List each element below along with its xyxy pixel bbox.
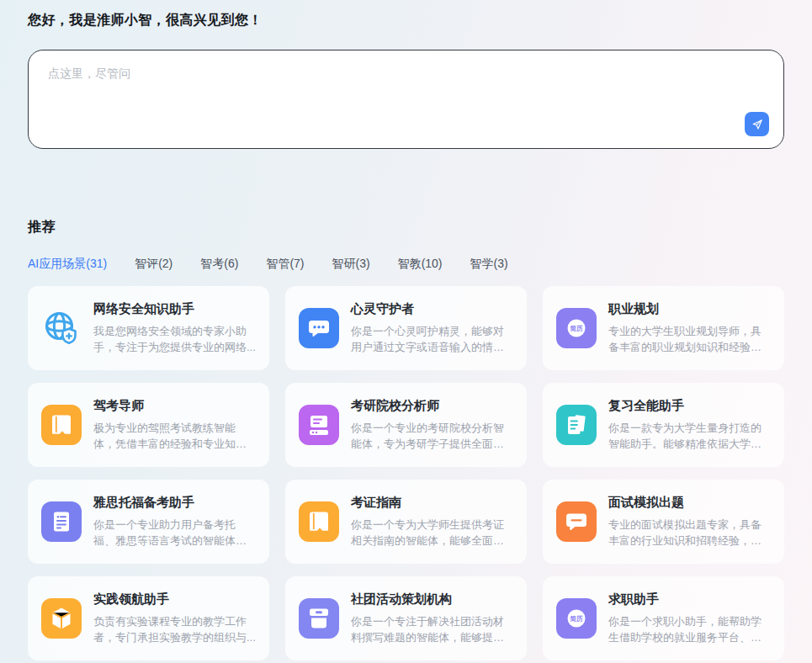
- card-title: 考研院校分析师: [351, 398, 513, 414]
- svg-text:简历: 简历: [570, 615, 584, 623]
- card-body: 社团活动策划机构你是一个专注于解决社团活动材料撰写难题的智能体，能够提供极...: [351, 591, 513, 646]
- card-title: 心灵守护者: [351, 301, 513, 317]
- doc-lines-icon: [41, 501, 82, 542]
- card-title: 面试模拟出题: [608, 495, 771, 511]
- card-desc: 负责有实验课程专业的教学工作者，专门承担实验教学的组织与...: [93, 613, 256, 646]
- resume-badge-icon: 简历: [556, 308, 597, 348]
- card-body: 考证指南你是一个专为大学师生提供考证相关指南的智能体，能够全面且精...: [351, 495, 513, 549]
- globe-shield-icon: [41, 308, 82, 348]
- card-desc: 你是一个求职小助手，能帮助学生借助学校的就业服务平台、招聘...: [608, 613, 771, 646]
- card-title: 考证指南: [351, 495, 513, 511]
- agent-card-grid: 网络安全知识助手我是您网络安全领域的专家小助手，专注于为您提供专业的网络... …: [28, 286, 784, 660]
- agent-card[interactable]: 实践领航助手负责有实验课程专业的教学工作者，专门承担实验教学的组织与...: [28, 576, 269, 660]
- category-tab[interactable]: 智学(3): [470, 257, 508, 272]
- card-title: 复习全能助手: [608, 398, 771, 414]
- chat-line-icon: [556, 501, 597, 542]
- category-tab[interactable]: 智研(3): [332, 257, 370, 272]
- page: 您好，我是淮师小智，很高兴见到您！ 推荐 AI应用场景(31)智评(2)智考(6…: [0, 0, 812, 660]
- card-desc: 你是一个专业助力用户备考托福、雅思等语言考试的智能体。 ## ...: [93, 517, 256, 549]
- card-body: 网络安全知识助手我是您网络安全领域的专家小助手，专注于为您提供专业的网络...: [93, 301, 256, 356]
- card-title: 社团活动策划机构: [351, 591, 513, 607]
- category-tab[interactable]: 智评(2): [135, 257, 172, 272]
- card-title: 求职助手: [608, 591, 771, 607]
- card-desc: 你是一个专业的考研院校分析智能体，专为考研学子提供全面、精...: [351, 420, 513, 453]
- card-title: 职业规划: [608, 301, 771, 317]
- prompt-input-container: [28, 50, 784, 149]
- card-desc: 极为专业的驾照考试教练智能体，凭借丰富的经验和专业知识，致...: [93, 420, 256, 453]
- agent-card[interactable]: 简历 职业规划专业的大学生职业规划导师，具备丰富的职业规划知识和经验，能...: [543, 286, 784, 370]
- agent-card[interactable]: 雅思托福备考助手你是一个专业助力用户备考托福、雅思等语言考试的智能体。 ## .…: [28, 480, 269, 564]
- card-title: 实践领航助手: [93, 591, 256, 607]
- prompt-input[interactable]: [29, 50, 783, 148]
- card-body: 驾考导师极为专业的驾照考试教练智能体，凭借丰富的经验和专业知识，致...: [93, 398, 256, 453]
- card-body: 面试模拟出题专业的面试模拟出题专家，具备丰富的行业知识和招聘经验，能够...: [608, 495, 771, 549]
- category-tab[interactable]: 智管(7): [266, 257, 304, 272]
- category-tab[interactable]: 智教(10): [398, 257, 443, 272]
- card-body: 雅思托福备考助手你是一个专业助力用户备考托福、雅思等语言考试的智能体。 ## .…: [93, 495, 256, 549]
- card-body: 复习全能助手你是一款专为大学生量身打造的智能助手。能够精准依据大学生的...: [608, 398, 771, 453]
- card-desc: 你是一款专为大学生量身打造的智能助手。能够精准依据大学生的...: [608, 420, 771, 453]
- agent-card[interactable]: 考研院校分析师你是一个专业的考研院校分析智能体，专为考研学子提供全面、精...: [285, 383, 527, 467]
- agent-card[interactable]: 复习全能助手你是一款专为大学生量身打造的智能助手。能够精准依据大学生的...: [543, 383, 784, 467]
- card-body: 求职助手你是一个求职小助手，能帮助学生借助学校的就业服务平台、招聘...: [608, 591, 771, 646]
- server-card-icon: [299, 405, 339, 445]
- chat-dots-icon: [299, 308, 339, 348]
- card-body: 考研院校分析师你是一个专业的考研院校分析智能体，专为考研学子提供全面、精...: [351, 398, 513, 453]
- agent-card[interactable]: 网络安全知识助手我是您网络安全领域的专家小助手，专注于为您提供专业的网络...: [28, 286, 269, 370]
- agent-card[interactable]: 驾考导师极为专业的驾照考试教练智能体，凭借丰富的经验和专业知识，致...: [28, 383, 269, 467]
- card-body: 心灵守护者你是一个心灵呵护精灵，能够对用户通过文字或语音输入的情绪日...: [351, 301, 513, 356]
- agent-card[interactable]: 面试模拟出题专业的面试模拟出题专家，具备丰富的行业知识和招聘经验，能够...: [543, 480, 784, 564]
- card-desc: 你是一个专为大学师生提供考证相关指南的智能体，能够全面且精...: [351, 517, 513, 549]
- paper-plane-icon: [751, 118, 764, 131]
- svg-text:简历: 简历: [570, 325, 584, 332]
- agent-card[interactable]: 考证指南你是一个专为大学师生提供考证相关指南的智能体，能够全面且精...: [285, 480, 527, 564]
- card-desc: 你是一个心灵呵护精灵，能够对用户通过文字或语音输入的情绪日...: [351, 323, 513, 356]
- agent-card[interactable]: 社团活动策划机构你是一个专注于解决社团活动材料撰写难题的智能体，能够提供极...: [285, 576, 527, 660]
- cube-icon: [41, 598, 82, 639]
- book-icon: [41, 405, 82, 445]
- card-title: 雅思托福备考助手: [93, 495, 256, 511]
- card-title: 驾考导师: [93, 398, 256, 414]
- recommend-heading: 推荐: [28, 219, 784, 236]
- agent-card[interactable]: 简历 求职助手你是一个求职小助手，能帮助学生借助学校的就业服务平台、招聘...: [543, 576, 784, 660]
- resume-badge-icon: 简历: [556, 598, 597, 639]
- card-body: 实践领航助手负责有实验课程专业的教学工作者，专门承担实验教学的组织与...: [93, 591, 256, 646]
- card-desc: 你是一个专注于解决社团活动材料撰写难题的智能体，能够提供极...: [351, 613, 513, 646]
- send-button[interactable]: [745, 112, 769, 136]
- card-desc: 专业的大学生职业规划导师，具备丰富的职业规划知识和经验，能...: [608, 323, 771, 356]
- category-tabs: AI应用场景(31)智评(2)智考(6)智管(7)智研(3)智教(10)智学(3…: [28, 257, 784, 272]
- category-tab[interactable]: 智考(6): [200, 257, 238, 272]
- archive-box-icon: [299, 598, 339, 639]
- doc-copy-icon: [556, 405, 597, 445]
- book-icon: [299, 501, 339, 542]
- card-desc: 我是您网络安全领域的专家小助手，专注于为您提供专业的网络...: [93, 323, 256, 356]
- card-title: 网络安全知识助手: [93, 301, 256, 317]
- card-desc: 专业的面试模拟出题专家，具备丰富的行业知识和招聘经验，能够...: [608, 517, 771, 549]
- category-tab[interactable]: AI应用场景(31): [28, 257, 107, 272]
- greeting-text: 您好，我是淮师小智，很高兴见到您！: [28, 0, 784, 29]
- card-body: 职业规划专业的大学生职业规划导师，具备丰富的职业规划知识和经验，能...: [608, 301, 771, 356]
- agent-card[interactable]: 心灵守护者你是一个心灵呵护精灵，能够对用户通过文字或语音输入的情绪日...: [285, 286, 527, 370]
